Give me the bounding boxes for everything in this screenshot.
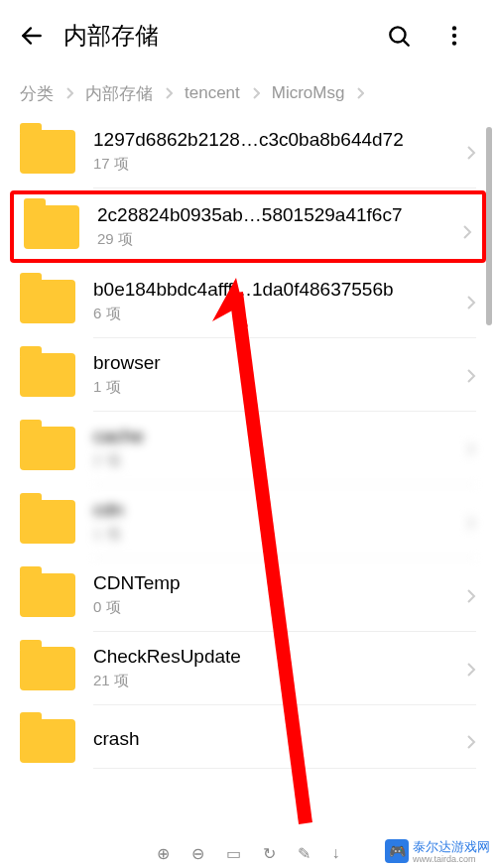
folder-name: 1297d6862b2128…c3c0ba8b644d72 (93, 129, 446, 151)
watermark-logo-icon: 🎮 (385, 839, 409, 863)
more-button[interactable] (436, 18, 472, 54)
folder-icon (20, 280, 75, 323)
svg-point-3 (452, 26, 456, 30)
search-button[interactable] (381, 18, 417, 54)
back-arrow-icon (19, 23, 45, 49)
folder-icon (20, 719, 75, 763)
more-vertical-icon (441, 23, 467, 49)
folder-icon (20, 130, 75, 174)
breadcrumb-item[interactable]: MicroMsg (272, 83, 345, 103)
chevron-right-icon (466, 295, 476, 314)
folder-row[interactable]: cdn1 项 (0, 485, 496, 558)
folder-name: b0e184bbdc4afff…1da0f48637556b (93, 279, 446, 301)
tool-icon[interactable]: ✎ (298, 844, 310, 863)
folder-icon (24, 205, 79, 249)
folder-row[interactable]: 2c28824b0935ab…5801529a41f6c729 项 (10, 190, 486, 263)
folder-name: crash (93, 728, 446, 750)
folder-icon (20, 500, 75, 544)
folder-row[interactable]: CheckResUpdate21 项 (0, 632, 496, 705)
search-icon (386, 23, 412, 49)
svg-point-5 (452, 41, 456, 45)
folder-meta: 29 项 (97, 230, 442, 249)
page-title: 内部存储 (63, 20, 381, 52)
chevron-right-icon (466, 368, 476, 388)
chevron-right-icon (356, 87, 364, 99)
folder-name: cdn (93, 499, 446, 521)
folder-row[interactable]: crash (0, 705, 496, 777)
folder-name: browser (93, 352, 446, 374)
chevron-right-icon (466, 145, 476, 165)
chevron-right-icon (165, 87, 173, 99)
folder-name: cache (93, 426, 446, 447)
folder-row[interactable]: b0e184bbdc4afff…1da0f48637556b6 项 (0, 265, 496, 338)
tool-icon[interactable]: ↻ (263, 844, 276, 863)
folder-row[interactable]: CDNTemp0 项 (0, 558, 496, 632)
folder-name: CDNTemp (93, 572, 446, 594)
folder-meta: 2 项 (93, 451, 446, 470)
folder-icon (20, 427, 75, 470)
tool-icon[interactable]: ⊖ (191, 844, 204, 863)
chevron-right-icon (466, 515, 476, 535)
watermark: 🎮 泰尔达游戏网 www.tairda.com (383, 836, 492, 866)
breadcrumb-item[interactable]: tencent (185, 83, 240, 103)
svg-point-4 (452, 34, 456, 38)
breadcrumb-item[interactable]: 分类 (20, 82, 54, 105)
folder-icon (20, 573, 75, 617)
folder-icon (20, 647, 75, 690)
chevron-right-icon (466, 734, 476, 754)
tool-icon[interactable]: ↓ (332, 844, 340, 862)
tool-icon[interactable]: ⊕ (157, 844, 170, 863)
chevron-right-icon (466, 662, 476, 682)
folder-row[interactable]: 1297d6862b2128…c3c0ba8b644d7217 项 (0, 115, 496, 188)
folder-name: CheckResUpdate (93, 646, 446, 668)
folder-meta: 17 项 (93, 155, 446, 174)
bottom-toolbar: ⊕ ⊖ ▭ ↻ ✎ ↓ (99, 838, 397, 868)
chevron-right-icon (466, 588, 476, 608)
scrollbar[interactable] (486, 127, 492, 325)
chevron-right-icon (462, 224, 472, 244)
folder-name: 2c28824b0935ab…5801529a41f6c7 (97, 204, 442, 226)
folder-icon (20, 353, 75, 397)
breadcrumb-item[interactable]: 内部存储 (85, 82, 153, 105)
back-button[interactable] (12, 16, 52, 56)
tool-icon[interactable]: ▭ (226, 844, 241, 863)
folder-list: 1297d6862b2128…c3c0ba8b644d7217 项2c28824… (0, 115, 496, 838)
folder-row[interactable]: browser1 项 (0, 338, 496, 412)
breadcrumb: 分类 内部存储 tencent MicroMsg (0, 71, 496, 115)
chevron-right-icon (65, 87, 73, 99)
folder-meta: 0 项 (93, 598, 446, 617)
folder-meta: 1 项 (93, 378, 446, 397)
chevron-right-icon (466, 441, 476, 461)
folder-meta: 6 项 (93, 305, 446, 323)
folder-meta: 1 项 (93, 525, 446, 544)
folder-meta: 21 项 (93, 672, 446, 690)
folder-row[interactable]: cache2 项 (0, 412, 496, 485)
chevron-right-icon (252, 87, 260, 99)
svg-line-2 (404, 41, 409, 46)
